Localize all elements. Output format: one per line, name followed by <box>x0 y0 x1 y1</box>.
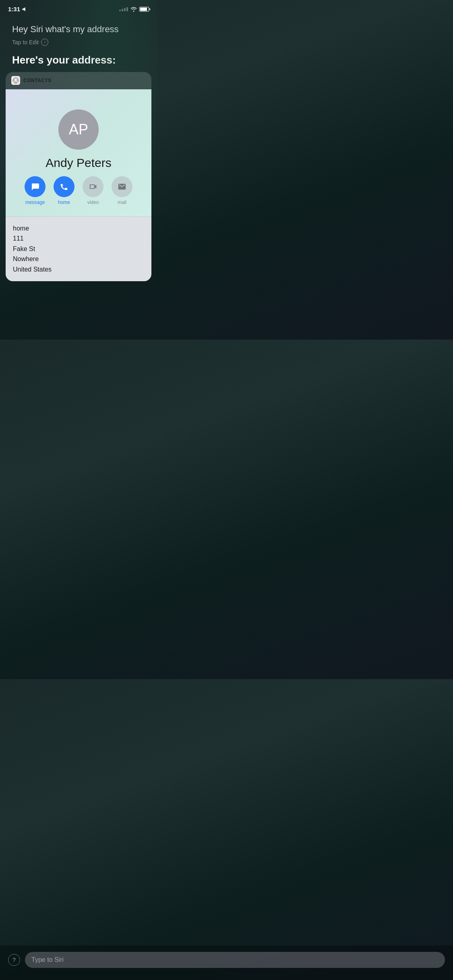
signal-icon <box>119 7 128 11</box>
mail-btn-label: mail <box>118 200 126 205</box>
message-action[interactable]: message <box>25 176 46 205</box>
status-bar: 1:31 ◀ <box>0 0 157 16</box>
contacts-app-label: CONTACTS <box>23 78 52 83</box>
time-display: 1:31 <box>8 6 20 12</box>
mail-action[interactable]: mail <box>112 176 132 205</box>
avatar-initials: AP <box>69 121 88 138</box>
phone-btn-label: home <box>58 200 70 205</box>
contacts-app-icon-inner <box>12 77 19 84</box>
video-action[interactable]: video <box>83 176 103 205</box>
mail-btn-circle <box>112 176 132 197</box>
contact-name: Andy Peters <box>46 156 111 170</box>
message-btn-circle <box>25 176 46 197</box>
address-type: home <box>13 223 144 234</box>
tap-to-edit[interactable]: Tap to Edit › <box>12 39 145 46</box>
location-icon: ◀ <box>22 6 25 12</box>
phone-btn-circle <box>54 176 74 197</box>
tap-to-edit-arrow: › <box>41 39 48 46</box>
video-btn-label: video <box>87 200 99 205</box>
battery-icon <box>139 7 149 12</box>
card-header: CONTACTS <box>6 72 151 89</box>
siri-query-section: Hey Siri what's my address Tap to Edit › <box>0 16 157 50</box>
svg-point-0 <box>14 78 17 81</box>
address-line3: Nowhere <box>13 254 144 264</box>
message-btn-label: message <box>25 200 45 205</box>
status-icons <box>119 7 149 12</box>
siri-question-text: Hey Siri what's my address <box>12 24 145 35</box>
address-line4: United States <box>13 264 144 275</box>
siri-response-section: Here's your address: <box>0 50 157 72</box>
contacts-app-icon <box>11 76 20 85</box>
wifi-icon <box>130 7 137 12</box>
address-line1: 111 <box>13 233 144 244</box>
status-time: 1:31 ◀ <box>8 6 25 12</box>
contact-profile: AP Andy Peters message <box>6 89 151 216</box>
phone-action[interactable]: home <box>54 176 74 205</box>
contact-actions: message home video <box>25 176 132 205</box>
contact-card: CONTACTS AP Andy Peters message <box>6 72 151 281</box>
address-line2: Fake St <box>13 244 144 254</box>
tap-to-edit-label: Tap to Edit <box>12 39 39 45</box>
address-section: home 111 Fake St Nowhere United States <box>6 216 151 281</box>
contact-avatar: AP <box>58 109 99 150</box>
video-btn-circle <box>83 176 103 197</box>
siri-response-text: Here's your address: <box>12 54 145 66</box>
